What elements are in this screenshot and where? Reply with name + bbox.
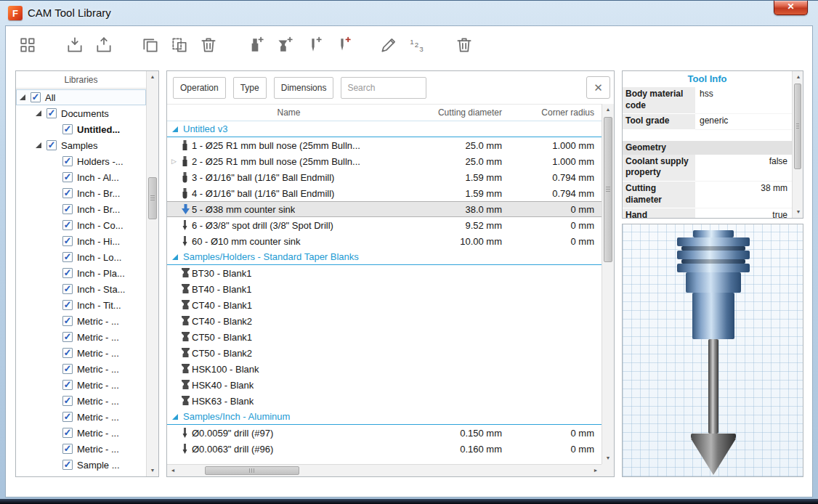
edit-tool-button[interactable] — [376, 32, 402, 58]
renumber-tools-button[interactable]: 123 — [405, 32, 431, 58]
scroll-down-icon[interactable]: ▼ — [793, 206, 804, 218]
library-item[interactable]: ✓Metric - ... — [16, 441, 146, 457]
group-expanded-icon[interactable] — [172, 126, 178, 132]
search-input[interactable] — [341, 77, 426, 99]
checkbox[interactable]: ✓ — [31, 92, 41, 102]
tools-hscrollbar-thumb[interactable] — [205, 466, 299, 475]
library-item[interactable]: ✓Metric - ... — [16, 409, 146, 425]
copy-tool-button[interactable] — [137, 32, 163, 58]
checkbox[interactable]: ✓ — [62, 364, 73, 374]
library-item[interactable]: ✓Sample ... — [16, 457, 146, 473]
library-item[interactable]: ✓Documents — [16, 105, 146, 121]
tool-row[interactable]: 4 - Ø1/16" ball (1/16" Ball Endmill)1.59… — [167, 185, 602, 201]
property-row[interactable]: Cutting diameter38 mm — [623, 182, 792, 208]
library-item[interactable]: ✓Metric - ... — [16, 377, 146, 393]
checkbox[interactable]: ✓ — [62, 268, 73, 278]
checkbox[interactable]: ✓ — [62, 428, 73, 438]
tool-row[interactable]: Ø0.0063" drill (#96)0.160 mm0 mm — [167, 441, 602, 457]
tools-vscrollbar-thumb[interactable] — [604, 117, 612, 262]
tool-row[interactable]: HSK40 - Blank — [167, 377, 602, 393]
tool-info-scrollbar-thumb[interactable] — [794, 84, 801, 169]
group-expanded-icon[interactable] — [172, 254, 178, 260]
library-item[interactable]: ✓Untitled... — [16, 121, 146, 137]
checkbox[interactable]: ✓ — [62, 156, 73, 166]
new-library-button[interactable] — [15, 32, 41, 58]
checkbox[interactable]: ✓ — [62, 236, 73, 246]
clear-filters-button[interactable]: ✕ — [586, 76, 610, 99]
library-item[interactable]: ✓Inch - Pla... — [16, 265, 146, 281]
checkbox[interactable]: ✓ — [62, 204, 73, 214]
checkbox[interactable]: ✓ — [62, 220, 73, 230]
tools-scrollbar-horizontal[interactable]: ◄ ► — [167, 464, 602, 476]
checkbox[interactable]: ✓ — [62, 380, 73, 390]
library-item[interactable]: ✓Metric - ... — [16, 361, 146, 377]
checkbox[interactable]: ✓ — [62, 396, 73, 406]
tool-info-scrollbar[interactable]: ▲ ▼ — [792, 71, 803, 218]
tool-row[interactable]: HSK100 - Blank — [167, 361, 602, 377]
checkbox[interactable]: ✓ — [62, 124, 73, 134]
library-item[interactable]: ✓Samples — [16, 137, 146, 153]
checkbox[interactable]: ✓ — [62, 188, 73, 198]
scroll-up-icon[interactable]: ▲ — [147, 71, 158, 83]
property-row[interactable]: Tool gradegeneric — [623, 114, 792, 130]
checkbox[interactable]: ✓ — [62, 252, 73, 262]
libraries-scrollbar[interactable]: ▲ ▼ — [146, 71, 158, 476]
library-item[interactable]: ✓Metric - ... — [16, 425, 146, 441]
filter-operation-button[interactable]: Operation — [173, 77, 226, 99]
add-mill-tool-button[interactable] — [242, 32, 268, 58]
tool-row[interactable]: 1 - Ø25 R1 mm bull nose (25mm Bulln...25… — [167, 137, 602, 153]
tool-row[interactable]: ▷2 - Ø25 R1 mm bull nose (25mm Bulln...2… — [167, 153, 602, 169]
tool-group-header[interactable]: Samples/Holders - Standard Taper Blanks — [167, 249, 602, 265]
column-corner-radius[interactable]: Corner radius — [505, 107, 602, 118]
tool-group-header[interactable]: Samples/Inch - Aluminum — [167, 409, 602, 425]
paste-tool-button[interactable] — [166, 32, 193, 58]
tool-row[interactable]: BT40 - Blank1 — [167, 281, 602, 297]
tool-row[interactable]: CT40 - Blank2 — [167, 313, 602, 329]
scroll-right-icon[interactable]: ► — [590, 465, 602, 476]
library-item[interactable]: ✓Inch - Hi... — [16, 233, 146, 249]
property-row[interactable]: Coolant supply propertyfalse — [623, 155, 792, 182]
library-item[interactable]: ✓Holders -... — [16, 153, 146, 169]
checkbox[interactable]: ✓ — [46, 108, 57, 118]
title-bar[interactable]: F CAM Tool Library ✕ — [0, 1, 818, 25]
tree-expanded-icon[interactable] — [36, 110, 41, 116]
scroll-up-icon[interactable]: ▲ — [793, 71, 804, 83]
import-library-button[interactable] — [62, 32, 88, 58]
tool-row[interactable]: 60 - Ø10 mm counter sink10.00 mm0 mm — [167, 233, 602, 249]
library-item[interactable]: ✓Inch - Lo... — [16, 249, 146, 265]
tool-row[interactable]: HSK63 - Blank — [167, 393, 602, 409]
library-item[interactable]: ✓Inch - Tit... — [16, 297, 146, 313]
libraries-scrollbar-thumb[interactable] — [148, 177, 157, 219]
tool-row[interactable]: 3 - Ø1/16" ball (1/16" Ball Endmill)1.59… — [167, 169, 602, 185]
filter-type-button[interactable]: Type — [233, 77, 267, 99]
library-item[interactable]: ✓Inch - Al... — [16, 169, 146, 185]
tool-row[interactable]: Ø0.0059" drill (#97)0.150 mm0 mm — [167, 425, 602, 441]
tool-row[interactable]: CT40 - Blank1 — [167, 297, 602, 313]
library-item[interactable]: ✓Metric - ... — [16, 329, 146, 345]
checkbox[interactable]: ✓ — [62, 300, 73, 310]
scroll-down-icon[interactable]: ▼ — [147, 465, 158, 476]
checkbox[interactable]: ✓ — [62, 172, 73, 182]
add-turning-tool-button[interactable] — [300, 32, 326, 58]
checkbox[interactable]: ✓ — [62, 460, 73, 470]
tree-expanded-icon[interactable] — [20, 94, 25, 100]
tool-row[interactable]: CT50 - Blank2 — [167, 345, 602, 361]
library-item[interactable]: ✓Inch - Sta... — [16, 281, 146, 297]
tree-expanded-icon[interactable] — [36, 142, 41, 148]
property-row[interactable]: Handtrue — [623, 208, 792, 218]
column-cutting-diameter[interactable]: Cutting diameter — [410, 107, 505, 118]
property-row[interactable]: Body material codehss — [623, 87, 792, 114]
checkbox[interactable]: ✓ — [46, 140, 57, 150]
scroll-up-icon[interactable]: ▲ — [602, 104, 614, 115]
checkbox[interactable]: ✓ — [62, 348, 73, 358]
tool-group-header[interactable]: Untitled v3 — [167, 121, 602, 137]
filter-dimensions-button[interactable]: Dimensions — [274, 77, 334, 99]
tool-preview[interactable] — [622, 224, 803, 477]
column-name[interactable]: Name — [167, 107, 410, 118]
tool-row[interactable]: 5 - Ø38 mm counter sink38.0 mm0 mm — [167, 201, 602, 217]
checkbox[interactable]: ✓ — [62, 412, 73, 422]
add-drill-tool-button[interactable] — [329, 32, 355, 58]
library-item[interactable]: ✓All — [16, 89, 146, 105]
library-item[interactable]: ✓Inch - Br... — [16, 185, 146, 201]
tool-row[interactable]: CT50 - Blank1 — [167, 329, 602, 345]
